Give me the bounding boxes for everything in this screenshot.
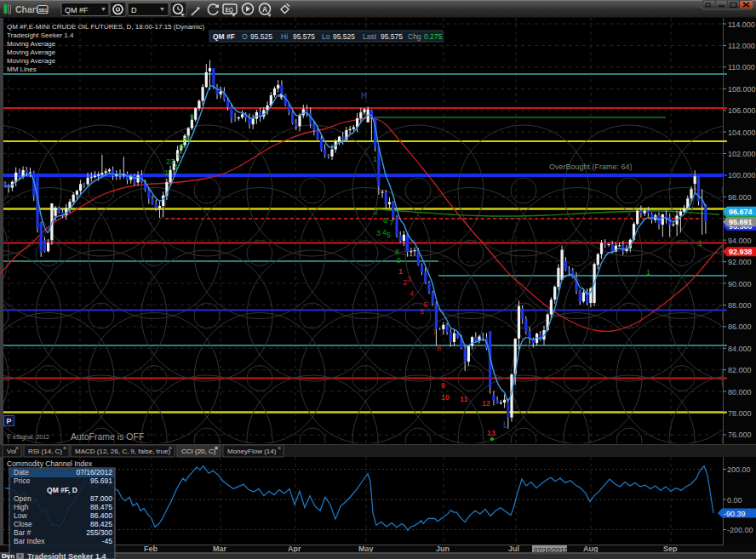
svg-text:110.000: 110.000: [728, 63, 755, 71]
svg-text:86.000: 86.000: [728, 322, 752, 331]
svg-text:90.000: 90.000: [728, 280, 752, 288]
svg-text:Jun: Jun: [436, 545, 450, 553]
svg-text:QM #F,E-MINI CRUDE OIL FUTURES: QM #F,E-MINI CRUDE OIL FUTURES, D, 18:00…: [7, 23, 205, 31]
svg-text:76.000: 76.000: [728, 431, 752, 439]
svg-text:104.000: 104.000: [728, 128, 756, 137]
svg-text:87.000: 87.000: [90, 494, 112, 503]
svg-text:CCI (20, C): CCI (20, C): [181, 448, 216, 455]
svg-text:2: 2: [374, 208, 378, 216]
svg-text:Moving Average: Moving Average: [7, 48, 56, 56]
svg-text:80.000: 80.000: [728, 388, 752, 396]
svg-text:200.00: 200.00: [727, 465, 751, 474]
svg-text:EQ: EQ: [226, 7, 233, 14]
svg-text:Price: Price: [14, 476, 31, 485]
svg-text:1: 1: [373, 155, 377, 163]
svg-text:5: 5: [177, 151, 181, 160]
svg-text:Tradesight Seeker 1.4: Tradesight Seeker 1.4: [7, 31, 74, 39]
svg-text:AutoFrame is OFF: AutoFrame is OFF: [71, 431, 144, 442]
svg-text:6: 6: [423, 300, 427, 309]
svg-text:RSI (14, C): RSI (14, C): [28, 448, 62, 455]
svg-text:Feb: Feb: [144, 545, 158, 553]
svg-text:7: 7: [389, 219, 393, 227]
svg-text:Close: Close: [14, 520, 32, 528]
svg-text:6: 6: [383, 216, 387, 225]
svg-text:L: L: [503, 420, 508, 430]
svg-text:98.000: 98.000: [728, 193, 752, 202]
svg-text:9: 9: [441, 381, 445, 390]
svg-text:QM #F, D: QM #F, D: [47, 486, 77, 494]
svg-text:Open: Open: [14, 494, 32, 503]
svg-text:1: 1: [698, 239, 702, 248]
svg-text:Bar Index: Bar Index: [14, 537, 45, 545]
svg-text:×: ×: [63, 445, 66, 451]
svg-text:QM #F: QM #F: [65, 6, 89, 14]
svg-text:D: D: [131, 6, 137, 14]
svg-text:255/300: 255/300: [86, 528, 112, 537]
svg-text:MACD (12, 26, C, 9, false, tru: MACD (12, 26, C, 9, false, true): [75, 448, 170, 455]
svg-text:114.000: 114.000: [728, 20, 755, 29]
svg-text:92.938: 92.938: [729, 248, 753, 256]
svg-text:108.000: 108.000: [728, 85, 756, 94]
svg-text:78.000: 78.000: [728, 409, 752, 418]
svg-text:-200.00: -200.00: [727, 526, 753, 534]
svg-text:Apr: Apr: [288, 545, 301, 553]
svg-text:95.525: 95.525: [250, 32, 272, 41]
svg-text:10: 10: [441, 393, 450, 402]
svg-text:0.275: 0.275: [424, 32, 443, 41]
svg-text:4: 4: [410, 289, 414, 298]
svg-text:92.000: 92.000: [728, 258, 752, 266]
svg-text:Jul: Jul: [508, 545, 519, 553]
svg-text:© eSignal, 2012: © eSignal, 2012: [7, 434, 49, 441]
svg-text:3: 3: [376, 229, 381, 237]
svg-text:1: 1: [646, 268, 650, 277]
svg-text:P: P: [7, 417, 12, 425]
svg-text:OverBought (Frame: 64): OverBought (Frame: 64): [549, 163, 633, 171]
svg-text:Tradesight Seeker 1.4: Tradesight Seeker 1.4: [27, 552, 106, 559]
svg-text:9: 9: [397, 256, 401, 265]
svg-text:95.691: 95.691: [729, 218, 753, 226]
svg-text:QM #F: QM #F: [213, 32, 235, 41]
svg-text:Low: Low: [14, 511, 27, 520]
svg-text:-45: -45: [102, 537, 113, 545]
svg-text:1: 1: [398, 267, 403, 276]
svg-text:106.000: 106.000: [728, 106, 756, 115]
svg-text:07/16/2012: 07/16/2012: [76, 468, 112, 476]
svg-text:May: May: [358, 545, 374, 553]
svg-text:Moving Average: Moving Average: [7, 57, 56, 65]
svg-text:A: A: [262, 5, 267, 14]
svg-text:95.691: 95.691: [90, 476, 112, 485]
svg-text:11: 11: [460, 395, 468, 403]
svg-text:High: High: [14, 503, 29, 511]
svg-text:Date: Date: [14, 468, 29, 476]
svg-text:9: 9: [190, 112, 194, 121]
svg-text:86.400: 86.400: [90, 511, 112, 520]
svg-text:8: 8: [186, 134, 191, 142]
svg-text:3: 3: [407, 275, 411, 283]
svg-text:Chg: Chg: [408, 32, 421, 41]
svg-text:96.674: 96.674: [729, 208, 753, 216]
svg-text:112.000: 112.000: [728, 42, 755, 50]
svg-text:×: ×: [215, 445, 218, 451]
svg-text:Dyn: Dyn: [2, 552, 14, 559]
svg-text:13: 13: [487, 429, 495, 437]
svg-text:95.575: 95.575: [293, 32, 315, 41]
svg-text:94.000: 94.000: [728, 237, 752, 245]
svg-text:Chart: Chart: [15, 4, 39, 14]
svg-text:84.000: 84.000: [728, 345, 752, 353]
svg-text:MM Lines: MM Lines: [7, 66, 37, 73]
svg-text:Lo: Lo: [322, 32, 330, 41]
svg-text:H: H: [361, 91, 367, 100]
svg-text:Bar #: Bar #: [14, 528, 32, 537]
svg-text:1: 1: [164, 168, 169, 177]
svg-text:12: 12: [482, 399, 490, 408]
svg-text:MoneyFlow (14): MoneyFlow (14): [227, 448, 277, 455]
svg-text:88.000: 88.000: [728, 301, 752, 310]
svg-text:×: ×: [15, 445, 19, 451]
svg-text:5: 5: [387, 231, 391, 239]
svg-text:95.575: 95.575: [381, 32, 403, 41]
svg-text:×: ×: [169, 445, 172, 451]
svg-text:Sep: Sep: [663, 545, 678, 553]
svg-text:×: ×: [278, 445, 281, 451]
svg-text:Mar: Mar: [213, 545, 227, 553]
svg-text:95.525: 95.525: [333, 32, 355, 41]
